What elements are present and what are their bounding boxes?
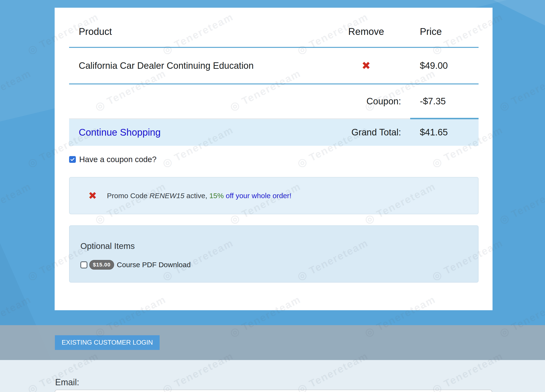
watermark-text: ◎ Tenereteam [0, 0, 33, 0]
cart-table-header: Product Remove Price [69, 16, 479, 48]
item-price: $49.00 [401, 61, 479, 71]
watermark-text: ◎ Tenereteam [497, 67, 545, 113]
watermark-text: ◎ Tenereteam [93, 0, 168, 0]
header-product: Product [69, 26, 331, 37]
coupon-label: Coupon: [331, 96, 401, 107]
checkout-page: Product Remove Price California Car Deal… [0, 0, 545, 392]
email-label: Email: [55, 377, 79, 387]
optional-items-title: Optional Items [80, 241, 478, 251]
promo-code-box: ✖ Promo Code RENEW15 active, 15% off you… [69, 177, 479, 214]
product-name: California Car Dealer Continuing Educati… [69, 61, 331, 71]
watermark-text: ◎ Tenereteam [497, 0, 545, 0]
coupon-checkbox-checked[interactable] [69, 156, 76, 163]
login-band: EXISTING CUSTOMER LOGIN [0, 325, 545, 360]
coupon-value: -$7.35 [401, 96, 479, 107]
coupon-row: Coupon: -$7.35 [69, 84, 479, 119]
continue-shopping-link[interactable]: Continue Shopping [79, 127, 161, 138]
watermark-text: ◎ Tenereteam [363, 0, 437, 0]
promo-percent: 15% [209, 192, 224, 200]
have-coupon-label[interactable]: Have a coupon code? [79, 155, 156, 164]
watermark-text: ◎ Tenereteam [0, 180, 33, 226]
watermark-text: ◎ Tenereteam [497, 180, 545, 226]
existing-customer-login-button[interactable]: EXISTING CUSTOMER LOGIN [55, 335, 160, 350]
header-remove: Remove [331, 26, 401, 37]
optional-item-price-badge: $15.00 [89, 260, 114, 270]
email-input[interactable] [55, 390, 492, 392]
cart-card: Product Remove Price California Car Deal… [55, 8, 493, 310]
optional-item-label: Course PDF Download [117, 261, 191, 269]
remove-promo-icon[interactable]: ✖ [88, 191, 97, 201]
checkmark-icon [70, 157, 75, 162]
grand-total-row: Continue Shopping Grand Total: $41.65 [69, 119, 479, 146]
have-coupon-checkbox-row[interactable]: Have a coupon code? [69, 155, 479, 164]
header-price: Price [401, 26, 479, 37]
optional-item-row[interactable]: $15.00 Course PDF Download [80, 260, 478, 270]
email-section: Email: [0, 360, 545, 392]
cart-item-row: California Car Dealer Continuing Educati… [69, 48, 479, 84]
watermark-text: ◎ Tenereteam [228, 0, 303, 0]
promo-code-text: RENEW15 [149, 192, 184, 200]
remove-item-icon[interactable]: ✖ [362, 60, 371, 71]
grand-total-label: Grand Total: [331, 127, 401, 138]
optional-item-checkbox[interactable] [80, 261, 87, 268]
price-column-divider [410, 118, 479, 119]
promo-suffix: off your whole order! [224, 192, 291, 200]
optional-items-box: Optional Items $15.00 Course PDF Downloa… [69, 225, 479, 283]
grand-total-value: $41.65 [401, 127, 479, 138]
promo-message: Promo Code RENEW15 active, 15% off your … [107, 192, 291, 200]
watermark-text: ◎ Tenereteam [0, 67, 33, 113]
